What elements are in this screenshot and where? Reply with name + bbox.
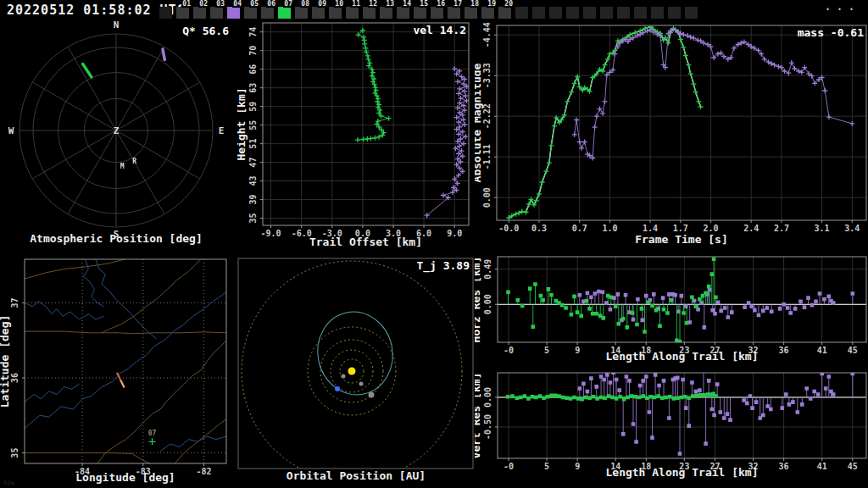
station-indicator-04[interactable]: 04 bbox=[227, 7, 240, 19]
svg-text:-0.50: -0.50 bbox=[483, 414, 492, 440]
station-indicator-15[interactable]: 15 bbox=[414, 7, 426, 19]
station-indicator-label: 17 bbox=[453, 1, 463, 8]
station-indicator-label: 15 bbox=[419, 1, 429, 8]
svg-text:-4.44: -4.44 bbox=[482, 22, 492, 47]
svg-text:W: W bbox=[8, 125, 14, 136]
watermark: njw bbox=[3, 480, 14, 486]
svg-text:5: 5 bbox=[544, 462, 549, 471]
ground-map-chart: 07-84-83-82353637Longitude [deg]Latitude… bbox=[0, 251, 237, 488]
svg-text:0.00: 0.00 bbox=[483, 294, 492, 314]
svg-text:43: 43 bbox=[248, 176, 258, 186]
more-menu-button[interactable]: ··· bbox=[824, 2, 860, 17]
station-indicator-blank[interactable] bbox=[617, 7, 630, 19]
svg-text:T_j 3.89: T_j 3.89 bbox=[416, 259, 470, 273]
station-indicator-label: 06 bbox=[266, 1, 276, 8]
svg-text:5: 5 bbox=[544, 346, 549, 355]
station-indicator-blank[interactable] bbox=[515, 7, 528, 19]
svg-text:41: 41 bbox=[817, 346, 827, 355]
svg-text:35: 35 bbox=[10, 448, 19, 458]
station-indicator-blank[interactable] bbox=[651, 7, 664, 19]
station-indicator-07[interactable]: 07 bbox=[278, 7, 291, 19]
svg-text:-1.11: -1.11 bbox=[482, 144, 492, 169]
station-indicator-01[interactable]: 01 bbox=[176, 7, 189, 19]
svg-text:E: E bbox=[219, 125, 225, 136]
svg-text:-2.22: -2.22 bbox=[482, 103, 492, 129]
station-indicator-blank[interactable] bbox=[600, 7, 613, 19]
station-indicator-02[interactable]: 02 bbox=[193, 7, 206, 19]
magnitude-panel: -0.00.30.71.01.41.72.02.42.73.13.40.00-1… bbox=[475, 20, 868, 251]
station-indicator-label: 07 bbox=[283, 1, 293, 8]
svg-text:35: 35 bbox=[248, 214, 258, 224]
svg-text:47: 47 bbox=[248, 158, 258, 168]
svg-text:1.4: 1.4 bbox=[643, 224, 658, 233]
station-indicator-blank[interactable] bbox=[668, 7, 681, 19]
svg-text:0.00: 0.00 bbox=[483, 387, 492, 408]
svg-text:-0: -0 bbox=[504, 462, 514, 471]
svg-text:9: 9 bbox=[575, 346, 580, 355]
svg-text:Horz Res [km]: Horz Res [km] bbox=[475, 257, 482, 343]
station-indicator-16[interactable]: 16 bbox=[431, 7, 443, 19]
svg-text:Atmospheric Position [deg]: Atmospheric Position [deg] bbox=[30, 232, 203, 245]
svg-text:9.0: 9.0 bbox=[447, 229, 462, 238]
station-indicator-11[interactable]: 11 bbox=[346, 7, 359, 19]
svg-text:36: 36 bbox=[779, 346, 789, 355]
station-indicator-label: 05 bbox=[249, 1, 259, 8]
trail-offset-panel: -9.0-6.0-3.00.03.06.09.03539434751555963… bbox=[237, 20, 475, 251]
svg-text:M: M bbox=[120, 163, 125, 170]
station-indicator-19[interactable]: 19 bbox=[481, 7, 494, 19]
svg-text:mass -0.61: mass -0.61 bbox=[798, 26, 864, 39]
svg-text:2.0: 2.0 bbox=[704, 224, 719, 233]
station-indicator-blank[interactable] bbox=[634, 7, 647, 19]
svg-text:45: 45 bbox=[848, 346, 858, 355]
station-indicator-label: 03 bbox=[215, 1, 225, 8]
station-indicator-blank[interactable] bbox=[566, 7, 579, 19]
station-indicator-03[interactable]: 03 bbox=[210, 7, 223, 19]
svg-text:39: 39 bbox=[248, 195, 258, 205]
station-indicator-blank[interactable] bbox=[685, 7, 698, 19]
ground-map-panel: 07-84-83-82353637Longitude [deg]Latitude… bbox=[0, 251, 237, 488]
svg-text:-3.33: -3.33 bbox=[482, 63, 492, 88]
svg-text:Longitude [deg]: Longitude [deg] bbox=[75, 471, 175, 484]
svg-text:Trail Offset [km]: Trail Offset [km] bbox=[309, 236, 422, 248]
svg-text:-82: -82 bbox=[196, 467, 211, 476]
svg-text:2.4: 2.4 bbox=[743, 224, 759, 233]
magnitude-chart: -0.00.30.71.01.41.72.02.42.73.13.40.00-1… bbox=[475, 20, 868, 251]
station-indicator-13[interactable]: 13 bbox=[380, 7, 392, 19]
station-indicator-17[interactable]: 17 bbox=[448, 7, 460, 19]
svg-text:3.1: 3.1 bbox=[815, 224, 830, 233]
station-indicator-10[interactable]: 10 bbox=[329, 7, 342, 19]
station-indicator-label: 02 bbox=[198, 1, 209, 8]
station-indicator-label: 11 bbox=[351, 1, 361, 8]
svg-text:51: 51 bbox=[248, 139, 258, 149]
atmospheric-position-chart: NSEWZMRQ* 56.6Atmospheric Position [deg] bbox=[0, 20, 237, 251]
svg-text:-0: -0 bbox=[504, 346, 514, 355]
station-indicator-blank[interactable] bbox=[159, 7, 172, 19]
svg-text:45: 45 bbox=[848, 462, 858, 471]
station-indicator-blank[interactable] bbox=[583, 7, 596, 19]
svg-text:Length Along Trail [km]: Length Along Trail [km] bbox=[605, 466, 758, 479]
residuals-panel: -05914182327323641450.000.49Length Along… bbox=[475, 251, 868, 488]
station-indicator-blank[interactable] bbox=[532, 7, 545, 19]
station-indicator-blank[interactable] bbox=[549, 7, 562, 19]
station-indicator-label: 18 bbox=[470, 1, 480, 8]
svg-text:9: 9 bbox=[575, 462, 580, 471]
svg-text:0.49: 0.49 bbox=[483, 259, 492, 280]
station-indicator-20[interactable]: 20 bbox=[498, 7, 511, 19]
station-indicator-06[interactable]: 06 bbox=[261, 7, 274, 19]
station-indicator-14[interactable]: 14 bbox=[397, 7, 409, 19]
station-indicator-08[interactable]: 08 bbox=[295, 7, 308, 19]
svg-text:63: 63 bbox=[248, 83, 258, 93]
station-indicator-label: 14 bbox=[402, 1, 412, 8]
svg-text:1.7: 1.7 bbox=[673, 224, 688, 233]
station-indicator-12[interactable]: 12 bbox=[363, 7, 376, 19]
svg-text:Latitude [deg]: Latitude [deg] bbox=[0, 315, 11, 408]
svg-text:vel 14.2: vel 14.2 bbox=[413, 24, 466, 36]
svg-text:Height [km]: Height [km] bbox=[237, 87, 248, 160]
top-status-bar: 20220512 01:58:02 UTC 010203040506070809… bbox=[0, 0, 868, 20]
svg-text:N: N bbox=[114, 20, 120, 30]
station-indicator-09[interactable]: 09 bbox=[312, 7, 325, 19]
station-indicator-05[interactable]: 05 bbox=[244, 7, 257, 19]
station-indicator-18[interactable]: 18 bbox=[465, 7, 477, 19]
svg-text:41: 41 bbox=[817, 462, 827, 471]
svg-text:37: 37 bbox=[10, 297, 19, 308]
